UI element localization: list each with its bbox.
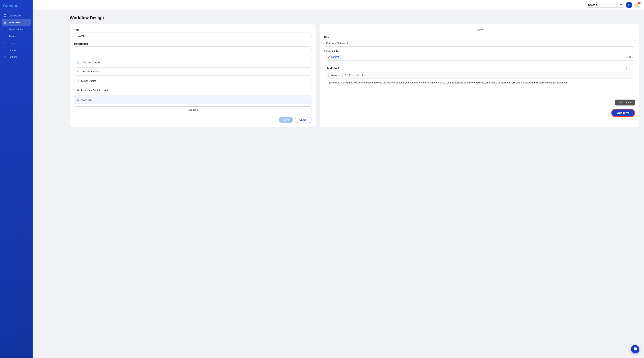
format-select[interactable]: Normal	[328, 73, 341, 77]
sidebar: Canyou. Dashboard Workflows Certificatio…	[0, 0, 32, 358]
sidebar-item-support[interactable]: Support	[2, 47, 31, 53]
text-block-card: Text block 🗑 ☰ Normal B I ≡ 🔗 Tₓ	[324, 64, 635, 97]
title-input[interactable]	[74, 32, 312, 39]
add-form-button[interactable]: Add form	[611, 109, 635, 117]
sidebar-nav: Dashboard Workflows Certifications Posit…	[0, 11, 32, 61]
sidebar-item-label: Positions	[8, 35, 18, 38]
text-block-title: Text block	[326, 67, 340, 70]
task-label: Nominate Bank Account	[81, 89, 108, 92]
clear-format-button[interactable]: Tₓ	[361, 73, 365, 77]
assigned-to-controls[interactable]: ✕ ▾	[627, 56, 635, 58]
text-toolbar: Normal B I ≡ 🔗 Tₓ	[326, 72, 632, 79]
add-task-button[interactable]: Add task	[74, 106, 312, 113]
task-item-employee-profile[interactable]: 📄 Employee Profile ⋮	[74, 58, 312, 66]
right-bottom-actions: Add section Add form	[324, 100, 635, 117]
svg-point-16	[4, 56, 6, 57]
text-content: Employers are required to give every new…	[326, 79, 632, 94]
notification-bell[interactable]: 🔔 9	[634, 2, 640, 8]
sidebar-item-label: Settings	[8, 55, 18, 58]
users-icon	[4, 41, 6, 45]
svg-point-15	[4, 50, 6, 50]
toolbar-divider	[342, 74, 342, 77]
svg-rect-1	[5, 14, 6, 15]
link-button[interactable]: 🔗	[355, 73, 360, 77]
topbar: Space X Fi 🔔 9	[32, 0, 644, 10]
drag-handle-icon[interactable]: ☰	[630, 66, 632, 70]
text-link[interactable]: here	[517, 81, 522, 84]
sidebar-item-label: Certifications	[8, 28, 23, 31]
task-menu-icon[interactable]: ⋮	[306, 60, 308, 64]
title-label: Title	[74, 28, 312, 31]
sidebar-item-dashboard[interactable]: Dashboard	[2, 12, 31, 19]
task-menu-icon[interactable]: ⋮	[306, 70, 308, 73]
svg-rect-2	[4, 16, 5, 17]
subject-tag: 📌 Subject ✕	[326, 55, 343, 59]
bank-icon: 🏛	[77, 89, 80, 92]
svg-point-14	[4, 49, 6, 51]
sidebar-item-positions[interactable]: Positions	[2, 33, 31, 39]
right-panel: Form Title Assigned To 📌 Subject ✕ ✕ ▾	[319, 24, 640, 127]
main-content: Workflow Design Title Description 📄 Empl…	[65, 10, 644, 358]
task-item-left: 🛡 TFN Declaration	[77, 70, 100, 73]
svg-rect-0	[4, 14, 5, 15]
bottom-actions: Save Cancel	[74, 117, 312, 123]
shield-icon: 🛡	[77, 70, 80, 73]
cancel-button[interactable]: Cancel	[295, 117, 312, 123]
space-selector[interactable]: Space X	[586, 2, 624, 8]
bold-button[interactable]: B	[344, 73, 347, 77]
app-logo: Canyou.	[0, 0, 32, 11]
delete-icon[interactable]: 🗑	[625, 67, 628, 70]
subject-tag-label: Subject	[331, 56, 339, 58]
form-title-label: Title	[324, 36, 635, 39]
italic-button[interactable]: I	[348, 73, 350, 77]
task-item-super-choice[interactable]: 🛡 Super Choice ⋮	[74, 77, 312, 85]
task-menu-icon[interactable]: ⋮	[306, 98, 308, 101]
text-content-before: Employers are required to give every new…	[329, 81, 517, 84]
shield-icon: 🛡	[77, 79, 80, 82]
save-button[interactable]: Save	[279, 117, 293, 123]
task-menu-icon[interactable]: ⋮	[306, 88, 308, 92]
list-button[interactable]: ≡	[351, 73, 354, 77]
task-menu-icon[interactable]: ⋮	[306, 79, 308, 83]
sidebar-item-workflows[interactable]: Workflows	[2, 19, 31, 26]
text-block-actions: 🗑 ☰	[625, 66, 632, 70]
description-label: Description	[74, 42, 312, 45]
svg-rect-10	[4, 35, 6, 37]
text-block-header: Text block 🗑 ☰	[326, 66, 632, 70]
support-icon	[4, 48, 6, 51]
subject-tag-close[interactable]: ✕	[340, 56, 341, 58]
task-label: Employee Profile	[82, 61, 100, 64]
sidebar-item-label: Dashboard	[8, 14, 21, 17]
left-panel: Title Description 📄 Employee Profile ⋮ 🛡…	[70, 24, 316, 127]
assigned-to-main[interactable]: 📌 Subject ✕	[324, 54, 627, 60]
task-item-new-task[interactable]: ⊞ New Task ⋮	[74, 96, 312, 104]
chat-bubble[interactable]	[631, 345, 640, 354]
sidebar-item-certifications[interactable]: Certifications	[2, 26, 31, 32]
task-label: New Task	[81, 98, 92, 101]
task-item-tfn-declaration[interactable]: 🛡 TFN Declaration ⋮	[74, 67, 312, 76]
sidebar-item-users[interactable]: Users	[2, 40, 31, 46]
grid-small-icon: ⊞	[77, 98, 79, 101]
sidebar-item-label: Users	[8, 42, 15, 45]
clear-icon[interactable]: ✕	[629, 56, 631, 58]
task-label: TFN Declaration	[81, 70, 100, 73]
task-item-left: 🛡 Super Choice	[77, 79, 96, 82]
cert-icon	[4, 28, 6, 31]
task-item-nominate-bank[interactable]: 🏛 Nominate Bank Account ⋮	[74, 86, 312, 94]
notification-badge: 9	[638, 1, 640, 4]
add-section-button[interactable]: Add section	[615, 100, 635, 106]
sidebar-item-settings[interactable]: Settings	[2, 54, 31, 60]
svg-point-12	[4, 42, 5, 43]
task-item-left: 🏛 Nominate Bank Account	[77, 89, 108, 92]
assigned-to-label: Assigned To	[324, 50, 635, 52]
assigned-to-wrapper: 📌 Subject ✕ ✕ ▾	[324, 54, 635, 60]
description-input[interactable]	[74, 46, 312, 53]
task-item-left: 📄 Employee Profile	[77, 61, 100, 64]
form-section-title: Form	[324, 28, 635, 32]
chevron-down-icon[interactable]: ▾	[632, 56, 633, 58]
sidebar-item-label: Workflows	[8, 21, 21, 24]
form-title-input[interactable]	[324, 40, 635, 46]
positions-icon	[4, 35, 6, 38]
text-content-after: to view the Fair Work Information Statem…	[522, 81, 568, 84]
svg-rect-7	[4, 28, 6, 30]
